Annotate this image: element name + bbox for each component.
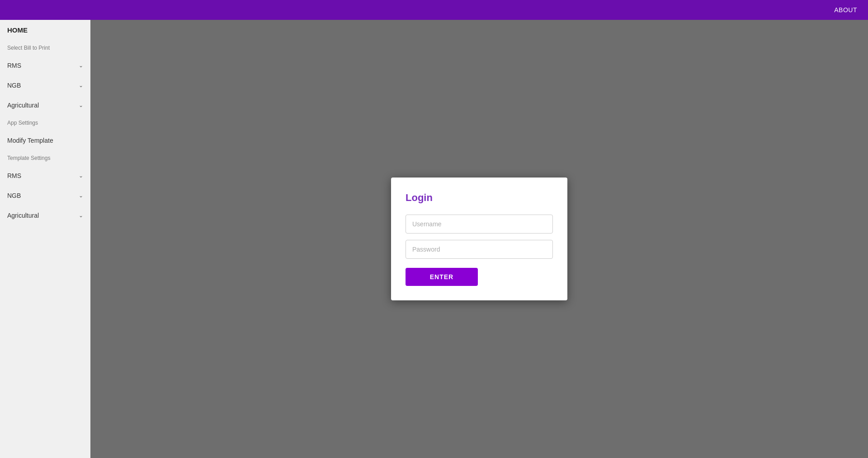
about-button[interactable]: ABOUT	[834, 6, 857, 14]
sidebar-rms-2-label: RMS	[7, 172, 21, 179]
login-title: Login	[406, 192, 553, 204]
sidebar-item-ngb-1[interactable]: NGB ⌄	[0, 75, 90, 95]
sidebar-agricultural-1-label: Agricultural	[7, 102, 39, 109]
modal-overlay: Login ENTER	[90, 20, 868, 458]
sidebar-modify-template-label: Modify Template	[7, 137, 53, 144]
header: ABOUT	[0, 0, 868, 20]
sidebar-item-rms-1[interactable]: RMS ⌄	[0, 56, 90, 75]
sidebar: HOME Select Bill to Print RMS ⌄ NGB ⌄ Ag…	[0, 20, 90, 458]
chevron-down-icon: ⌄	[79, 102, 83, 108]
chevron-down-icon: ⌄	[79, 173, 83, 179]
sidebar-item-agricultural-1[interactable]: Agricultural ⌄	[0, 95, 90, 115]
chevron-down-icon: ⌄	[79, 192, 83, 199]
chevron-down-icon: ⌄	[79, 62, 83, 69]
password-input[interactable]	[406, 240, 553, 259]
sidebar-ngb-1-label: NGB	[7, 82, 21, 89]
sidebar-section-app-settings: App Settings	[0, 115, 90, 131]
sidebar-agricultural-2-label: Agricultural	[7, 212, 39, 219]
main-layout: HOME Select Bill to Print RMS ⌄ NGB ⌄ Ag…	[0, 20, 868, 458]
chevron-down-icon: ⌄	[79, 82, 83, 89]
sidebar-ngb-2-label: NGB	[7, 192, 21, 199]
sidebar-home-label: HOME	[7, 26, 28, 34]
sidebar-section-select-bill: Select Bill to Print	[0, 40, 90, 56]
sidebar-item-agricultural-2[interactable]: Agricultural ⌄	[0, 206, 90, 225]
main-content: Login ENTER	[90, 20, 868, 458]
sidebar-rms-1-label: RMS	[7, 62, 21, 69]
sidebar-item-rms-2[interactable]: RMS ⌄	[0, 166, 90, 186]
login-modal: Login ENTER	[391, 178, 567, 300]
chevron-down-icon: ⌄	[79, 212, 83, 219]
username-input[interactable]	[406, 215, 553, 234]
sidebar-item-ngb-2[interactable]: NGB ⌄	[0, 186, 90, 206]
sidebar-item-home[interactable]: HOME	[0, 20, 90, 40]
sidebar-item-modify-template[interactable]: Modify Template	[0, 131, 90, 150]
enter-button[interactable]: ENTER	[406, 268, 478, 286]
sidebar-section-template-settings: Template Settings	[0, 150, 90, 166]
